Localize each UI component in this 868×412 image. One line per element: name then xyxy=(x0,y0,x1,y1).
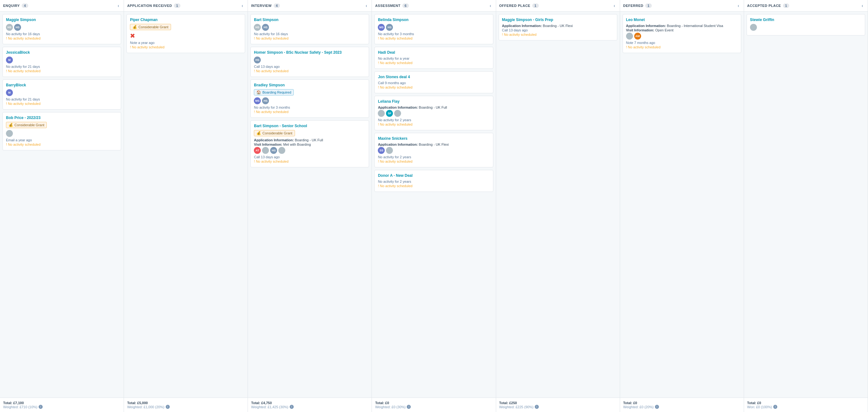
avatar xyxy=(278,147,285,154)
avatar xyxy=(262,147,269,154)
card-title-barry-block[interactable]: BarryBlock xyxy=(6,83,118,87)
card-title-hadi-deal[interactable]: Hadi Deal xyxy=(378,50,490,55)
card-maggie-simpson-girls[interactable]: Maggie Simpson - Girls PrepApplication I… xyxy=(499,14,617,40)
column-total-application-received: Total: £5,000 xyxy=(127,401,244,405)
column-total-offered-place: Total: £250 xyxy=(499,401,617,405)
card-barry-block[interactable]: BarryBlockMNo activity for 21 daysNo act… xyxy=(2,80,121,110)
badge-label: Considerable Grant xyxy=(14,123,44,127)
column-cards-application-received: Piper Chapman💰Considerable Grant✖Note a … xyxy=(124,11,248,398)
avatar: M xyxy=(6,57,13,63)
column-collapse-accepted-place[interactable]: ‹ xyxy=(861,2,865,9)
card-homer-simpson[interactable]: Homer Simpson - BSc Nuclear Safety - Sep… xyxy=(250,47,369,77)
card-title-maggie-simpson[interactable]: Maggie Simpson xyxy=(6,18,118,22)
card-maxine-snickers[interactable]: Maxine SnickersApplication Information: … xyxy=(374,133,493,167)
app-info-label: Application Information: xyxy=(626,24,667,28)
avatar: SF xyxy=(386,110,393,117)
card-title-bob-price[interactable]: Bob Price - 2022/23 xyxy=(6,116,118,120)
column-weighted-offered-place: Weighted: £225 (90%)i xyxy=(499,405,617,409)
column-total-accepted-place: Total: £0 xyxy=(747,401,865,405)
column-collapse-deferred[interactable]: ‹ xyxy=(737,2,741,9)
card-title-donor-a[interactable]: Donor A - New Deal xyxy=(378,173,490,178)
column-accepted-place: ACCEPTED PLACE1‹Stewie GriffinTotal: £0W… xyxy=(744,0,868,412)
column-count-interview: 4 xyxy=(274,3,280,8)
column-footer-deferred: Total: £0Weighted: £0 (20%)i xyxy=(620,398,744,412)
column-footer-application-received: Total: £5,000Weighted: £1,000 (20%)i xyxy=(124,398,248,412)
card-title-belinda-simpson[interactable]: Belinda Simpson xyxy=(378,18,490,22)
card-visit-info: Visit Information: Met with Boarding xyxy=(254,143,366,146)
weighted-text: Weighted: £225 (90%) xyxy=(499,405,533,409)
card-title-bradley-simpson[interactable]: Bradley Simpson xyxy=(254,83,366,87)
column-collapse-offered-place[interactable]: ‹ xyxy=(613,2,617,9)
info-icon[interactable]: i xyxy=(655,405,659,409)
column-collapse-application-received[interactable]: ‹ xyxy=(240,2,244,9)
card-no-schedule: No activity scheduled xyxy=(502,33,614,36)
card-title-stewie-griffin[interactable]: Stewie Griffin xyxy=(750,18,862,22)
red-cross-icon: ✖ xyxy=(130,32,242,39)
info-icon[interactable]: i xyxy=(407,405,411,409)
card-badge-piper-chapman: 💰Considerable Grant xyxy=(130,24,171,30)
card-jessica-block[interactable]: JessicaBlockMNo activity for 21 daysNo a… xyxy=(2,47,121,77)
card-jon-stones-deal-4[interactable]: Jon Stones deal 4Call 9 months agoNo act… xyxy=(374,71,493,93)
column-assessment: ASSESSMENT6‹Belinda SimpsonMSHSNo activi… xyxy=(372,0,496,412)
card-maggie-simpson[interactable]: Maggie SimpsonHSHSNo activity for 16 day… xyxy=(2,14,121,44)
card-activity: Note a year ago xyxy=(130,41,242,45)
card-bradley-simpson[interactable]: Bradley Simpson🏠Boarding RequiredMSHSNo … xyxy=(250,80,369,118)
card-title-leo-monet[interactable]: Leo Monet xyxy=(626,18,738,22)
card-activity: Call 13 days ago xyxy=(254,155,366,159)
avatar: HS xyxy=(386,24,393,31)
card-hadi-deal[interactable]: Hadi DealNo activity for a yearNo activi… xyxy=(374,47,493,69)
card-title-leliana-flay[interactable]: Leliana Flay xyxy=(378,99,490,104)
card-title-homer-simpson[interactable]: Homer Simpson - BSc Nuclear Safety - Sep… xyxy=(254,50,366,55)
column-footer-enquiry: Total: £7,100Weighted: £710 (10%)i xyxy=(0,398,124,412)
column-weighted-deferred: Weighted: £0 (20%)i xyxy=(623,405,741,409)
column-total-assessment: Total: £0 xyxy=(375,401,492,405)
card-bart-simpson[interactable]: Bart SimpsonHSHSNo activity for 16 daysN… xyxy=(250,14,369,44)
info-icon[interactable]: i xyxy=(39,405,43,409)
card-title-bart-simpson-senior[interactable]: Bart Simpson - Senior School xyxy=(254,124,366,128)
card-app-info: Application Information: Boarding - UK F… xyxy=(378,143,490,146)
column-collapse-interview[interactable]: ‹ xyxy=(364,2,368,9)
grant-icon: 💰 xyxy=(256,131,261,135)
column-title-deferred: DEFERRED xyxy=(623,4,644,7)
grant-icon: 💰 xyxy=(8,123,13,127)
card-app-info: Application Information: Boarding - Inte… xyxy=(626,24,738,28)
avatar xyxy=(394,110,401,117)
info-icon[interactable]: i xyxy=(290,405,294,409)
visit-info-label: Visit Information: xyxy=(254,143,283,146)
card-no-schedule: No activity scheduled xyxy=(6,102,118,106)
column-footer-assessment: Total: £0Weighted: £0 (30%)i xyxy=(372,398,496,412)
card-leo-monet[interactable]: Leo MonetApplication Information: Boardi… xyxy=(623,14,741,53)
column-footer-accepted-place: Total: £0Won: £0 (100%)i xyxy=(744,398,868,412)
card-title-bart-simpson[interactable]: Bart Simpson xyxy=(254,18,366,22)
card-bart-simpson-senior[interactable]: Bart Simpson - Senior School💰Considerabl… xyxy=(250,120,369,167)
card-piper-chapman[interactable]: Piper Chapman💰Considerable Grant✖Note a … xyxy=(126,14,245,53)
card-leliana-flay[interactable]: Leliana FlayApplication Information: Boa… xyxy=(374,96,493,130)
card-title-maggie-simpson-girls[interactable]: Maggie Simpson - Girls Prep xyxy=(502,18,614,22)
card-activity: No activity for 2 years xyxy=(378,180,490,183)
column-collapse-assessment[interactable]: ‹ xyxy=(488,2,492,9)
card-activity: Call 13 days ago xyxy=(254,65,366,68)
column-collapse-enquiry[interactable]: ‹ xyxy=(117,2,121,9)
card-avatars: MSHS xyxy=(378,24,490,31)
card-donor-a[interactable]: Donor A - New DealNo activity for 2 year… xyxy=(374,170,493,192)
info-icon[interactable]: i xyxy=(166,405,170,409)
badge-label: Considerable Grant xyxy=(262,131,292,135)
card-activity: No activity for 3 months xyxy=(254,106,366,109)
info-icon[interactable]: i xyxy=(773,405,777,409)
card-belinda-simpson[interactable]: Belinda SimpsonMSHSNo activity for 3 mon… xyxy=(374,14,493,44)
column-header-accepted-place: ACCEPTED PLACE1‹ xyxy=(744,0,868,11)
card-stewie-griffin[interactable]: Stewie Griffin xyxy=(747,14,865,35)
card-title-maxine-snickers[interactable]: Maxine Snickers xyxy=(378,136,490,141)
card-activity: No activity for 16 days xyxy=(6,32,118,36)
card-title-jon-stones-deal-4[interactable]: Jon Stones deal 4 xyxy=(378,75,490,79)
card-no-schedule: No activity scheduled xyxy=(130,45,242,49)
info-icon[interactable]: i xyxy=(535,405,539,409)
card-bob-price[interactable]: Bob Price - 2022/23💰Considerable GrantEm… xyxy=(2,112,121,150)
column-cards-accepted-place: Stewie Griffin xyxy=(744,11,868,398)
column-total-deferred: Total: £0 xyxy=(623,401,741,405)
column-application-received: APPLICATION RECEIVED1‹Piper Chapman💰Cons… xyxy=(124,0,248,412)
card-title-jessica-block[interactable]: JessicaBlock xyxy=(6,50,118,55)
card-title-piper-chapman[interactable]: Piper Chapman xyxy=(130,18,242,22)
column-title-application-received: APPLICATION RECEIVED xyxy=(127,4,172,7)
card-activity: No activity for 3 months xyxy=(378,32,490,36)
